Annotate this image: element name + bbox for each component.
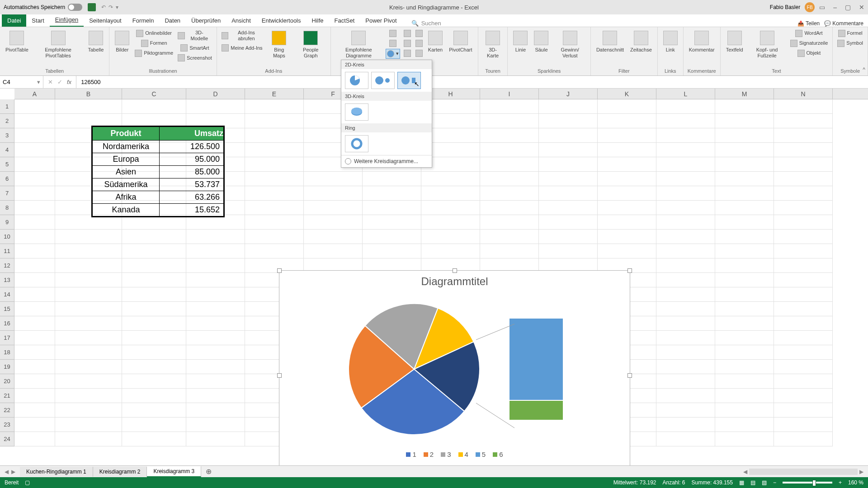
tab-powerpivot[interactable]: Power Pivot <box>360 14 402 27</box>
col-header-i[interactable]: I <box>480 89 539 99</box>
col-header-n[interactable]: N <box>774 89 833 99</box>
ribbon-options-icon[interactable]: ▭ <box>819 4 825 11</box>
view-pagelayout-icon[interactable]: ▤ <box>750 479 755 486</box>
row-header[interactable]: 15 <box>0 302 14 316</box>
smartart-button[interactable]: SmartArt <box>177 43 213 52</box>
equation-button[interactable]: Formel <box>836 29 864 38</box>
user-avatar[interactable]: FB <box>805 2 815 12</box>
tab-entwicklertools[interactable]: Entwicklertools <box>256 14 307 27</box>
tab-seitenlayout[interactable]: Seitenlayout <box>84 14 127 27</box>
pie-of-pie-option[interactable] <box>371 72 395 89</box>
comments-button[interactable]: 💬Kommentare <box>824 20 863 27</box>
recommended-charts-button[interactable]: Empfohlene Diagramme <box>335 29 383 61</box>
row-header[interactable]: 2 <box>0 114 14 128</box>
col-header-l[interactable]: L <box>656 89 715 99</box>
zoom-slider[interactable] <box>783 482 832 483</box>
signature-button[interactable]: Signaturzeile <box>789 39 829 48</box>
row-header[interactable]: 17 <box>0 331 14 345</box>
row-header[interactable]: 24 <box>0 432 14 446</box>
symbol-button[interactable]: Symbol <box>836 39 864 48</box>
timeline-button[interactable]: Zeitachse <box>628 29 654 55</box>
wordart-button[interactable]: WordArt <box>789 29 829 38</box>
autosave-toggle[interactable]: Automatisches Speichern <box>4 4 82 11</box>
sheet-nav-prev-icon[interactable]: ◀ <box>5 469 9 475</box>
my-addins-button[interactable]: Meine Add-Ins <box>221 43 264 52</box>
zoom-in-icon[interactable]: + <box>839 479 842 486</box>
chart-object[interactable]: Diagrammtitel 123456 <box>279 270 630 481</box>
sheet-tab[interactable]: Kuchen-Ringdiagramm 1 <box>20 467 93 477</box>
col-header-d[interactable]: D <box>186 89 245 99</box>
undo-icon[interactable]: ↶ <box>101 4 106 10</box>
legend-item[interactable]: 5 <box>476 450 486 458</box>
tab-einfuegen[interactable]: Einfügen <box>50 14 84 27</box>
header-footer-button[interactable]: Kopf- und Fußzeile <box>748 29 787 61</box>
tab-ansicht[interactable]: Ansicht <box>226 14 256 27</box>
pie-2d-option[interactable] <box>345 72 368 89</box>
row-header[interactable]: 20 <box>0 374 14 389</box>
3d-map-button[interactable]: 3D-Karte <box>482 29 504 61</box>
object-button[interactable]: Objekt <box>789 49 829 58</box>
collapse-ribbon-icon[interactable]: ^ <box>863 66 865 73</box>
resize-handle[interactable] <box>277 268 282 273</box>
tab-hilfe[interactable]: Hilfe <box>307 14 329 27</box>
row-header[interactable]: 1 <box>0 99 14 114</box>
row-header[interactable]: 8 <box>0 201 14 215</box>
row-header[interactable]: 11 <box>0 244 14 258</box>
confirm-formula-icon[interactable]: ✓ <box>57 79 62 85</box>
minimize-icon[interactable]: – <box>833 4 837 11</box>
pivotchart-button[interactable]: PivotChart <box>447 29 474 55</box>
row-header[interactable]: 19 <box>0 360 14 374</box>
row-header[interactable]: 6 <box>0 172 14 186</box>
qat-dropdown-icon[interactable]: ▾ <box>116 4 118 10</box>
search-box[interactable]: 🔍 Suchen <box>411 20 441 27</box>
area-chart-button[interactable] <box>415 29 424 38</box>
legend-item[interactable]: 1 <box>406 450 416 458</box>
zoom-out-icon[interactable]: − <box>773 479 776 486</box>
col-header-a[interactable]: A <box>14 89 55 99</box>
tab-start[interactable]: Start <box>26 14 49 27</box>
legend-item[interactable]: 3 <box>441 450 451 458</box>
secondary-bar[interactable] <box>509 318 563 420</box>
zoom-level[interactable]: 160 % <box>848 479 863 486</box>
link-button[interactable]: Link <box>661 29 679 55</box>
line-chart-button[interactable] <box>403 29 412 38</box>
col-header-c[interactable]: C <box>122 89 186 99</box>
resize-handle[interactable] <box>627 268 632 273</box>
col-header-b[interactable]: B <box>55 89 122 99</box>
row-header[interactable]: 23 <box>0 418 14 432</box>
cells-area[interactable]: Produkt Umsatz Nordamerika126.500 Europa… <box>14 99 868 446</box>
pivottable-button[interactable]: PivotTable <box>4 29 30 55</box>
maximize-icon[interactable]: ▢ <box>845 4 851 11</box>
row-header[interactable]: 18 <box>0 345 14 360</box>
chart-title[interactable]: Diagrammtitel <box>279 271 630 292</box>
resize-handle[interactable] <box>453 268 457 273</box>
recommended-pivottables-button[interactable]: Empfohlene PivotTables <box>33 29 84 61</box>
textbox-button[interactable]: Textfeld <box>724 29 745 55</box>
save-icon[interactable] <box>88 3 96 11</box>
combo-chart-button[interactable] <box>415 49 424 58</box>
name-box[interactable]: C4▾ <box>0 76 43 88</box>
table-button[interactable]: Tabelle <box>86 29 105 55</box>
tab-file[interactable]: Datei <box>2 14 26 27</box>
sheet-tab-active[interactable]: Kreisdiagramm 3 <box>147 466 201 477</box>
comment-button[interactable]: Kommentar <box>687 29 717 55</box>
row-header[interactable]: 3 <box>0 128 14 143</box>
doughnut-option[interactable] <box>345 135 368 152</box>
online-pictures-button[interactable]: Onlinebilder <box>134 29 174 38</box>
row-header[interactable]: 4 <box>0 143 14 157</box>
maps-button[interactable]: Karten <box>426 29 444 55</box>
cancel-formula-icon[interactable]: ✕ <box>48 79 53 85</box>
tab-daten[interactable]: Daten <box>159 14 186 27</box>
row-header[interactable]: 7 <box>0 186 14 201</box>
col-header-m[interactable]: M <box>715 89 774 99</box>
bing-maps-button[interactable]: Bing Maps <box>266 29 292 61</box>
horizontal-scrollbar[interactable] <box>749 469 858 475</box>
row-header[interactable]: 10 <box>0 230 14 244</box>
redo-icon[interactable]: ↷ <box>108 4 113 10</box>
view-pagebreak-icon[interactable]: ▧ <box>762 479 767 486</box>
3d-models-button[interactable]: 3D-Modelle <box>177 29 213 42</box>
data-table[interactable]: Produkt Umsatz Nordamerika126.500 Europa… <box>91 126 225 217</box>
col-header-j[interactable]: J <box>539 89 598 99</box>
share-button[interactable]: 📤Teilen <box>797 20 820 27</box>
row-header[interactable]: 13 <box>0 273 14 287</box>
